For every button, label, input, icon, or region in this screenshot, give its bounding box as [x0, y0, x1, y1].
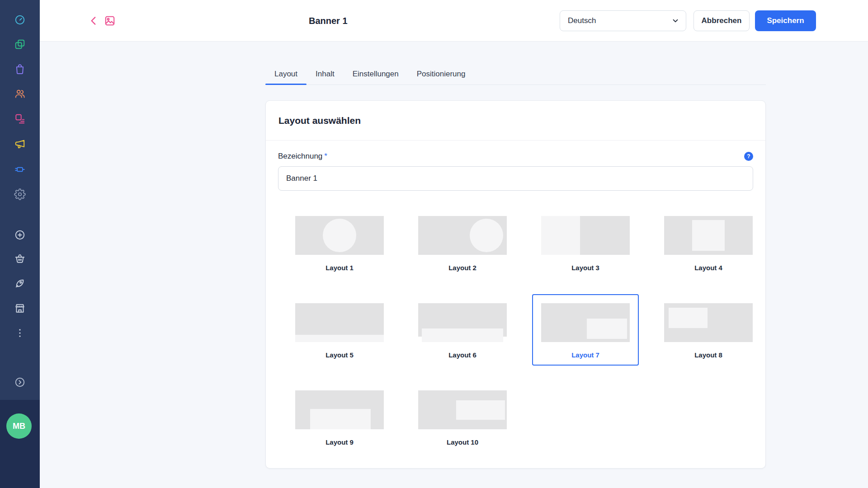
- thumbnail-block: [541, 216, 580, 255]
- help-icon[interactable]: ?: [744, 152, 753, 161]
- layout-thumbnail: [295, 390, 384, 429]
- layout-grid: Layout 1Layout 2Layout 3Layout 4Layout 5…: [278, 207, 770, 453]
- layout-option-label: Layout 6: [448, 351, 476, 359]
- megaphone-icon[interactable]: [14, 138, 26, 151]
- cancel-button[interactable]: Abbrechen: [693, 10, 750, 31]
- plug-icon[interactable]: [14, 163, 26, 176]
- pages-icon[interactable]: [14, 38, 26, 51]
- kebab-menu-icon[interactable]: [14, 327, 26, 339]
- layout-thumbnail: [295, 303, 384, 342]
- thumbnail-block: [669, 308, 708, 328]
- expand-icon[interactable]: [14, 376, 26, 389]
- layout-thumbnail: [664, 216, 753, 255]
- layout-option[interactable]: Layout 8: [655, 294, 762, 366]
- layout-option[interactable]: Layout 9: [286, 381, 393, 453]
- thumbnail-circle: [470, 219, 503, 252]
- card-body: Bezeichnung* ? Layout 1Layout 2Layout 3L…: [266, 141, 765, 453]
- tabs: LayoutInhaltEinstellungenPositionierung: [265, 63, 766, 85]
- layout-option[interactable]: Layout 3: [532, 207, 639, 278]
- language-select[interactable]: Deutsch: [560, 10, 686, 31]
- layout-option-label: Layout 3: [571, 264, 599, 272]
- layout-card: Layout auswählen Bezeichnung* ? Layout 1…: [265, 100, 766, 469]
- language-select-value: Deutsch: [568, 16, 596, 25]
- back-icon[interactable]: [88, 15, 99, 27]
- tab-layout[interactable]: Layout: [265, 63, 307, 84]
- field-label: Bezeichnung*: [278, 152, 327, 161]
- page-header: Banner 1 Deutsch Abbrechen Speichern: [40, 0, 868, 42]
- layout-option-label: Layout 9: [326, 438, 354, 446]
- save-button[interactable]: Speichern: [755, 10, 816, 31]
- rocket-icon[interactable]: [14, 277, 26, 290]
- thumbnail-block: [310, 409, 371, 429]
- thumbnail-block: [456, 400, 505, 420]
- layout-thumbnail: [664, 303, 753, 342]
- layout-thumbnail: [541, 216, 630, 255]
- content-icon[interactable]: [14, 113, 26, 125]
- avatar[interactable]: MB: [6, 413, 32, 439]
- dashboard-icon[interactable]: [14, 14, 26, 26]
- layout-option-label: Layout 4: [694, 264, 722, 272]
- layout-thumbnail: [295, 216, 384, 255]
- store-icon[interactable]: [14, 302, 26, 314]
- layout-option[interactable]: Layout 5: [286, 294, 393, 366]
- layout-option-label: Layout 5: [326, 351, 354, 359]
- layout-option-label: Layout 2: [448, 264, 476, 272]
- shopping-bag-icon[interactable]: [14, 63, 26, 75]
- page-title: Banner 1: [309, 0, 348, 42]
- chevron-down-icon: [671, 17, 679, 25]
- bezeichnung-input[interactable]: [278, 166, 753, 191]
- thumbnail-block: [692, 220, 725, 251]
- tab-positionierung[interactable]: Positionierung: [408, 63, 475, 84]
- app-window: MB Banner 1 Deutsch Abbrechen Speichern …: [0, 0, 868, 488]
- layout-thumbnail: [418, 390, 507, 429]
- layout-option[interactable]: Layout 1: [286, 207, 393, 278]
- layout-option-label: Layout 8: [694, 351, 722, 359]
- plus-circle-icon[interactable]: [14, 229, 26, 241]
- layout-thumbnail: [541, 303, 630, 342]
- image-icon[interactable]: [104, 15, 116, 27]
- layout-option-label: Layout 10: [447, 438, 478, 446]
- thumbnail-circle: [323, 219, 356, 252]
- layout-option[interactable]: Layout 2: [409, 207, 516, 278]
- thumbnail-block: [422, 328, 503, 342]
- layout-option[interactable]: Layout 6: [409, 294, 516, 366]
- settings-icon[interactable]: [14, 188, 26, 201]
- layout-option[interactable]: Layout 4: [655, 207, 762, 278]
- required-mark: *: [324, 152, 327, 160]
- thumbnail-block: [295, 335, 384, 342]
- basket-icon[interactable]: [14, 252, 26, 265]
- layout-option-label: Layout 1: [326, 264, 354, 272]
- layout-option[interactable]: Layout 7: [532, 294, 639, 366]
- card-title: Layout auswählen: [266, 101, 765, 141]
- tab-inhalt[interactable]: Inhalt: [307, 63, 344, 84]
- layout-option[interactable]: Layout 10: [409, 381, 516, 453]
- tab-einstellungen[interactable]: Einstellungen: [344, 63, 408, 84]
- layout-thumbnail: [418, 303, 507, 342]
- users-icon[interactable]: [14, 88, 26, 100]
- thumbnail-block: [587, 319, 627, 339]
- sidebar: MB: [0, 0, 40, 488]
- layout-option-label: Layout 7: [571, 351, 599, 359]
- layout-thumbnail: [418, 216, 507, 255]
